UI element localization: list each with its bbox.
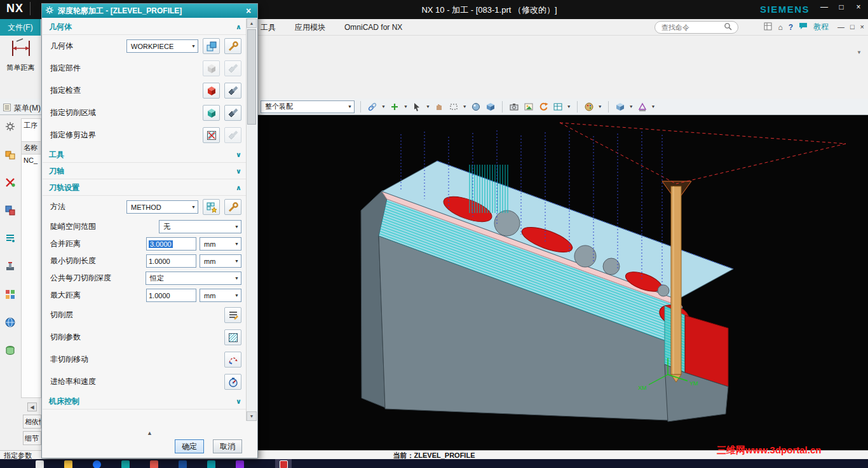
method-combo[interactable]: METHOD ▼ bbox=[126, 200, 198, 214]
dialog-collapse-arrow[interactable]: ▲ bbox=[147, 430, 153, 436]
grid-table-icon[interactable] bbox=[552, 100, 564, 113]
machine-tool-navigator-icon[interactable] bbox=[4, 261, 16, 274]
journal-icon[interactable] bbox=[764, 22, 772, 32]
menu-button[interactable]: 菜单(M) bbox=[3, 102, 41, 114]
pan-hand-icon[interactable] bbox=[433, 100, 445, 113]
refresh-icon[interactable] bbox=[538, 100, 549, 113]
snapshot-icon[interactable] bbox=[508, 100, 520, 113]
shaded-view-icon[interactable] bbox=[470, 100, 482, 113]
taskbar-icon[interactable] bbox=[64, 460, 72, 468]
name-column-header[interactable]: 名称 bbox=[22, 141, 41, 155]
new-geometry-wrench-button[interactable] bbox=[224, 38, 241, 54]
section-path-settings[interactable]: 刀轨设置 ∧ bbox=[43, 179, 247, 196]
dialog-titlebar[interactable]: 深度轮廓加工 - [ZLEVEL_PROFILE] × bbox=[42, 4, 257, 18]
edit-method-wrench-button[interactable] bbox=[224, 199, 241, 215]
select-check-button[interactable] bbox=[203, 83, 220, 99]
merge-unit-combo[interactable]: mm ▼ bbox=[200, 237, 241, 251]
taskbar-icon[interactable] bbox=[280, 460, 288, 468]
close-button[interactable]: × bbox=[854, 3, 863, 11]
reuse-library-icon[interactable] bbox=[4, 289, 16, 302]
graphics-viewport[interactable]: XM YM bbox=[258, 115, 868, 450]
feeds-speeds-button[interactable] bbox=[224, 374, 241, 390]
operation-navigator-icon[interactable] bbox=[4, 233, 16, 246]
chevron-down-icon[interactable]: ▼ bbox=[403, 104, 408, 109]
doc-minimize-button[interactable]: — bbox=[837, 23, 844, 31]
section-tool[interactable]: 工具 ∨ bbox=[43, 146, 247, 163]
constraint-navigator-icon[interactable] bbox=[4, 177, 16, 190]
chevron-down-icon[interactable]: ▼ bbox=[381, 104, 386, 109]
taskbar-icon[interactable] bbox=[179, 460, 187, 468]
taskbar-icon[interactable] bbox=[36, 460, 44, 468]
panel-collapse-button[interactable]: ◀ bbox=[27, 403, 37, 411]
chevron-down-icon[interactable]: ▼ bbox=[567, 104, 571, 109]
solid-cube-icon[interactable] bbox=[485, 100, 496, 113]
chevron-down-icon[interactable]: ▼ bbox=[426, 104, 430, 109]
minimize-button[interactable]: — bbox=[820, 3, 829, 11]
menu-application-module[interactable]: 应用模块 bbox=[295, 22, 325, 33]
depth-per-cut-combo[interactable]: 恒定 ▼ bbox=[146, 272, 241, 285]
taskbar-icon[interactable] bbox=[93, 460, 101, 468]
home-icon[interactable]: ⌂ bbox=[778, 23, 782, 32]
cursor-select-icon[interactable] bbox=[411, 100, 423, 113]
simple-distance-command[interactable]: 简单距离 bbox=[0, 37, 41, 72]
section-geometry[interactable]: 几何体 ∧ bbox=[43, 18, 247, 35]
ok-button[interactable]: 确定 bbox=[175, 439, 204, 453]
web-browser-icon[interactable] bbox=[4, 317, 16, 330]
new-method-button[interactable] bbox=[203, 199, 220, 215]
max-distance-input[interactable]: 1.0000 bbox=[146, 289, 196, 302]
edit-geometry-button[interactable] bbox=[203, 38, 220, 54]
file-menu-tab[interactable]: 文件(F) bbox=[0, 19, 41, 36]
dialog-scrollbar[interactable]: ▲ ▼ bbox=[246, 18, 257, 421]
scrollbar-thumb[interactable] bbox=[247, 29, 256, 125]
max-distance-unit-combo[interactable]: mm ▼ bbox=[200, 289, 241, 302]
link-icon[interactable] bbox=[367, 100, 378, 113]
doc-close-button[interactable]: × bbox=[860, 23, 864, 31]
scroll-up-button[interactable]: ▲ bbox=[247, 18, 257, 28]
tab-dependencies[interactable]: 相依性 bbox=[23, 415, 41, 429]
chevron-down-icon[interactable]: ▼ bbox=[651, 104, 656, 109]
taskbar-icon[interactable] bbox=[236, 460, 244, 468]
select-trim-boundary-button[interactable] bbox=[203, 127, 220, 143]
steep-range-combo[interactable]: 无 ▼ bbox=[159, 220, 241, 233]
command-search[interactable] bbox=[654, 21, 738, 34]
menu-omnicad[interactable]: OmniCAD for NX bbox=[344, 23, 402, 32]
part-navigator-icon[interactable] bbox=[4, 205, 16, 218]
assembly-navigator-icon[interactable] bbox=[4, 149, 16, 162]
settings-gear-icon[interactable] bbox=[4, 121, 16, 134]
non-cutting-moves-button[interactable] bbox=[224, 352, 241, 368]
tutorial-link[interactable]: 教程 bbox=[813, 22, 829, 32]
workpiece-cube-icon[interactable] bbox=[614, 100, 626, 113]
taskbar-icon[interactable] bbox=[121, 460, 130, 468]
cancel-button[interactable]: 取消 bbox=[213, 439, 242, 453]
selection-scope-combo[interactable]: 整个装配▼ bbox=[261, 100, 355, 113]
maximize-button[interactable]: □ bbox=[837, 3, 846, 11]
taskbar-icon[interactable] bbox=[150, 460, 158, 468]
scroll-down-button[interactable]: ▼ bbox=[247, 411, 257, 421]
geometry-combo[interactable]: WORKPIECE ▼ bbox=[126, 39, 198, 53]
chevron-down-icon[interactable]: ▼ bbox=[463, 104, 467, 109]
tab-details[interactable]: 细节 bbox=[23, 431, 41, 445]
ribbon-options-caret[interactable]: ▼ bbox=[857, 50, 862, 55]
windows-taskbar[interactable] bbox=[0, 459, 868, 468]
menu-tools[interactable]: 工具 bbox=[261, 22, 276, 33]
image-icon[interactable] bbox=[523, 100, 534, 113]
min-cut-length-input[interactable]: 1.0000 bbox=[146, 254, 196, 268]
help-icon[interactable]: ? bbox=[789, 23, 793, 32]
section-tool-axis[interactable]: 刀轴 ∨ bbox=[43, 163, 247, 179]
min-cut-unit-combo[interactable]: mm ▼ bbox=[200, 254, 241, 268]
section-machine-control[interactable]: 机床控制 ∨ bbox=[43, 393, 247, 410]
measure-icon[interactable] bbox=[637, 100, 648, 113]
flashlight-icon[interactable] bbox=[224, 83, 241, 99]
chevron-down-icon[interactable]: ▼ bbox=[598, 104, 602, 109]
flashlight-icon[interactable] bbox=[224, 105, 241, 121]
chevron-down-icon[interactable]: ▼ bbox=[629, 104, 634, 109]
palette-icon[interactable] bbox=[583, 100, 595, 113]
taskbar-icon[interactable] bbox=[207, 460, 215, 468]
command-search-input[interactable] bbox=[660, 23, 724, 32]
history-icon[interactable] bbox=[4, 345, 16, 358]
merge-distance-input[interactable]: 3.0000 bbox=[146, 237, 196, 251]
dialog-close-button[interactable]: × bbox=[243, 6, 254, 16]
doc-restore-button[interactable]: □ bbox=[850, 23, 855, 31]
cut-levels-button[interactable] bbox=[224, 307, 241, 323]
add-icon[interactable] bbox=[389, 100, 400, 113]
